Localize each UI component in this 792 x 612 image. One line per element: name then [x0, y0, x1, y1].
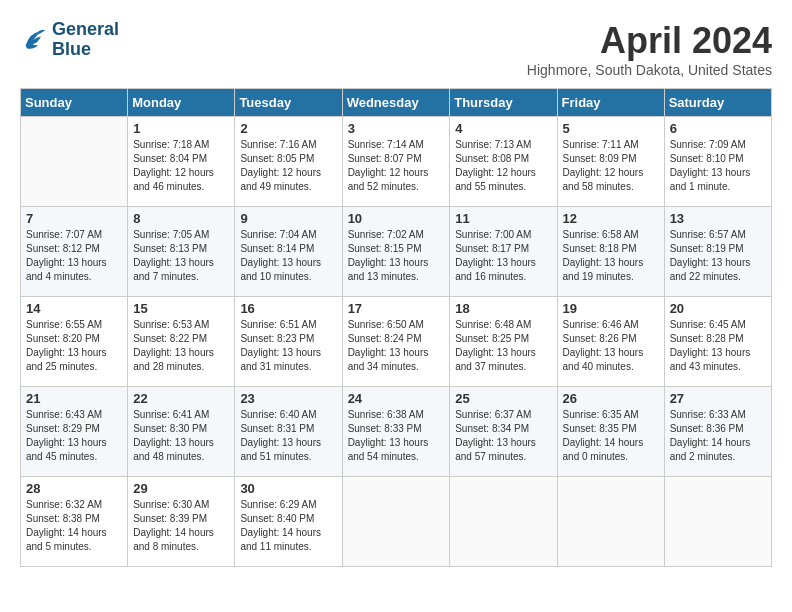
day-info: Sunrise: 6:53 AM Sunset: 8:22 PM Dayligh… [133, 318, 229, 374]
day-number: 16 [240, 301, 336, 316]
day-number: 6 [670, 121, 766, 136]
day-info: Sunrise: 6:55 AM Sunset: 8:20 PM Dayligh… [26, 318, 122, 374]
calendar-cell [450, 477, 557, 567]
weekday-header-tuesday: Tuesday [235, 89, 342, 117]
weekday-header-monday: Monday [128, 89, 235, 117]
day-info: Sunrise: 7:00 AM Sunset: 8:17 PM Dayligh… [455, 228, 551, 284]
calendar-cell: 29Sunrise: 6:30 AM Sunset: 8:39 PM Dayli… [128, 477, 235, 567]
day-info: Sunrise: 6:32 AM Sunset: 8:38 PM Dayligh… [26, 498, 122, 554]
calendar-cell: 27Sunrise: 6:33 AM Sunset: 8:36 PM Dayli… [664, 387, 771, 477]
day-info: Sunrise: 7:13 AM Sunset: 8:08 PM Dayligh… [455, 138, 551, 194]
day-number: 12 [563, 211, 659, 226]
day-info: Sunrise: 6:40 AM Sunset: 8:31 PM Dayligh… [240, 408, 336, 464]
day-info: Sunrise: 6:45 AM Sunset: 8:28 PM Dayligh… [670, 318, 766, 374]
calendar-week-row: 14Sunrise: 6:55 AM Sunset: 8:20 PM Dayli… [21, 297, 772, 387]
day-info: Sunrise: 6:46 AM Sunset: 8:26 PM Dayligh… [563, 318, 659, 374]
weekday-header-row: SundayMondayTuesdayWednesdayThursdayFrid… [21, 89, 772, 117]
day-info: Sunrise: 7:04 AM Sunset: 8:14 PM Dayligh… [240, 228, 336, 284]
calendar-cell: 9Sunrise: 7:04 AM Sunset: 8:14 PM Daylig… [235, 207, 342, 297]
calendar-cell: 26Sunrise: 6:35 AM Sunset: 8:35 PM Dayli… [557, 387, 664, 477]
logo: General Blue [20, 20, 119, 60]
day-info: Sunrise: 6:51 AM Sunset: 8:23 PM Dayligh… [240, 318, 336, 374]
calendar-week-row: 28Sunrise: 6:32 AM Sunset: 8:38 PM Dayli… [21, 477, 772, 567]
day-number: 18 [455, 301, 551, 316]
weekday-header-wednesday: Wednesday [342, 89, 450, 117]
calendar-body: 1Sunrise: 7:18 AM Sunset: 8:04 PM Daylig… [21, 117, 772, 567]
day-info: Sunrise: 7:09 AM Sunset: 8:10 PM Dayligh… [670, 138, 766, 194]
calendar-cell: 14Sunrise: 6:55 AM Sunset: 8:20 PM Dayli… [21, 297, 128, 387]
day-number: 11 [455, 211, 551, 226]
day-number: 2 [240, 121, 336, 136]
day-number: 28 [26, 481, 122, 496]
day-info: Sunrise: 6:37 AM Sunset: 8:34 PM Dayligh… [455, 408, 551, 464]
weekday-header-saturday: Saturday [664, 89, 771, 117]
calendar-cell: 13Sunrise: 6:57 AM Sunset: 8:19 PM Dayli… [664, 207, 771, 297]
day-number: 15 [133, 301, 229, 316]
day-info: Sunrise: 6:41 AM Sunset: 8:30 PM Dayligh… [133, 408, 229, 464]
day-info: Sunrise: 7:18 AM Sunset: 8:04 PM Dayligh… [133, 138, 229, 194]
calendar-cell: 17Sunrise: 6:50 AM Sunset: 8:24 PM Dayli… [342, 297, 450, 387]
day-number: 27 [670, 391, 766, 406]
calendar-cell: 22Sunrise: 6:41 AM Sunset: 8:30 PM Dayli… [128, 387, 235, 477]
calendar-cell [664, 477, 771, 567]
day-number: 9 [240, 211, 336, 226]
day-number: 7 [26, 211, 122, 226]
day-number: 3 [348, 121, 445, 136]
day-number: 19 [563, 301, 659, 316]
month-title: April 2024 [527, 20, 772, 62]
logo-icon [20, 26, 48, 54]
calendar-cell: 25Sunrise: 6:37 AM Sunset: 8:34 PM Dayli… [450, 387, 557, 477]
day-number: 17 [348, 301, 445, 316]
day-number: 14 [26, 301, 122, 316]
page-header: General Blue April 2024 Highmore, South … [20, 20, 772, 78]
calendar-cell: 30Sunrise: 6:29 AM Sunset: 8:40 PM Dayli… [235, 477, 342, 567]
calendar-cell: 6Sunrise: 7:09 AM Sunset: 8:10 PM Daylig… [664, 117, 771, 207]
day-number: 20 [670, 301, 766, 316]
calendar-cell: 15Sunrise: 6:53 AM Sunset: 8:22 PM Dayli… [128, 297, 235, 387]
day-info: Sunrise: 6:48 AM Sunset: 8:25 PM Dayligh… [455, 318, 551, 374]
calendar-week-row: 7Sunrise: 7:07 AM Sunset: 8:12 PM Daylig… [21, 207, 772, 297]
calendar-cell: 8Sunrise: 7:05 AM Sunset: 8:13 PM Daylig… [128, 207, 235, 297]
calendar-cell: 20Sunrise: 6:45 AM Sunset: 8:28 PM Dayli… [664, 297, 771, 387]
day-number: 30 [240, 481, 336, 496]
calendar-cell: 24Sunrise: 6:38 AM Sunset: 8:33 PM Dayli… [342, 387, 450, 477]
day-number: 22 [133, 391, 229, 406]
calendar-cell: 23Sunrise: 6:40 AM Sunset: 8:31 PM Dayli… [235, 387, 342, 477]
calendar-cell: 21Sunrise: 6:43 AM Sunset: 8:29 PM Dayli… [21, 387, 128, 477]
day-number: 5 [563, 121, 659, 136]
day-number: 10 [348, 211, 445, 226]
calendar-week-row: 1Sunrise: 7:18 AM Sunset: 8:04 PM Daylig… [21, 117, 772, 207]
calendar-cell: 3Sunrise: 7:14 AM Sunset: 8:07 PM Daylig… [342, 117, 450, 207]
logo-text: General Blue [52, 20, 119, 60]
calendar-header: SundayMondayTuesdayWednesdayThursdayFrid… [21, 89, 772, 117]
calendar-cell: 5Sunrise: 7:11 AM Sunset: 8:09 PM Daylig… [557, 117, 664, 207]
weekday-header-sunday: Sunday [21, 89, 128, 117]
title-block: April 2024 Highmore, South Dakota, Unite… [527, 20, 772, 78]
day-number: 29 [133, 481, 229, 496]
day-info: Sunrise: 6:38 AM Sunset: 8:33 PM Dayligh… [348, 408, 445, 464]
calendar-cell: 2Sunrise: 7:16 AM Sunset: 8:05 PM Daylig… [235, 117, 342, 207]
day-info: Sunrise: 7:02 AM Sunset: 8:15 PM Dayligh… [348, 228, 445, 284]
location-subtitle: Highmore, South Dakota, United States [527, 62, 772, 78]
calendar-week-row: 21Sunrise: 6:43 AM Sunset: 8:29 PM Dayli… [21, 387, 772, 477]
day-number: 4 [455, 121, 551, 136]
calendar-cell: 18Sunrise: 6:48 AM Sunset: 8:25 PM Dayli… [450, 297, 557, 387]
calendar-cell: 19Sunrise: 6:46 AM Sunset: 8:26 PM Dayli… [557, 297, 664, 387]
day-number: 23 [240, 391, 336, 406]
day-info: Sunrise: 7:07 AM Sunset: 8:12 PM Dayligh… [26, 228, 122, 284]
day-info: Sunrise: 6:58 AM Sunset: 8:18 PM Dayligh… [563, 228, 659, 284]
day-info: Sunrise: 6:50 AM Sunset: 8:24 PM Dayligh… [348, 318, 445, 374]
weekday-header-thursday: Thursday [450, 89, 557, 117]
day-info: Sunrise: 7:16 AM Sunset: 8:05 PM Dayligh… [240, 138, 336, 194]
calendar-cell: 16Sunrise: 6:51 AM Sunset: 8:23 PM Dayli… [235, 297, 342, 387]
calendar-cell: 1Sunrise: 7:18 AM Sunset: 8:04 PM Daylig… [128, 117, 235, 207]
calendar-cell [342, 477, 450, 567]
day-number: 21 [26, 391, 122, 406]
calendar-cell: 11Sunrise: 7:00 AM Sunset: 8:17 PM Dayli… [450, 207, 557, 297]
day-info: Sunrise: 7:14 AM Sunset: 8:07 PM Dayligh… [348, 138, 445, 194]
calendar-cell: 10Sunrise: 7:02 AM Sunset: 8:15 PM Dayli… [342, 207, 450, 297]
calendar-cell: 4Sunrise: 7:13 AM Sunset: 8:08 PM Daylig… [450, 117, 557, 207]
day-number: 8 [133, 211, 229, 226]
calendar-cell: 28Sunrise: 6:32 AM Sunset: 8:38 PM Dayli… [21, 477, 128, 567]
day-info: Sunrise: 6:30 AM Sunset: 8:39 PM Dayligh… [133, 498, 229, 554]
